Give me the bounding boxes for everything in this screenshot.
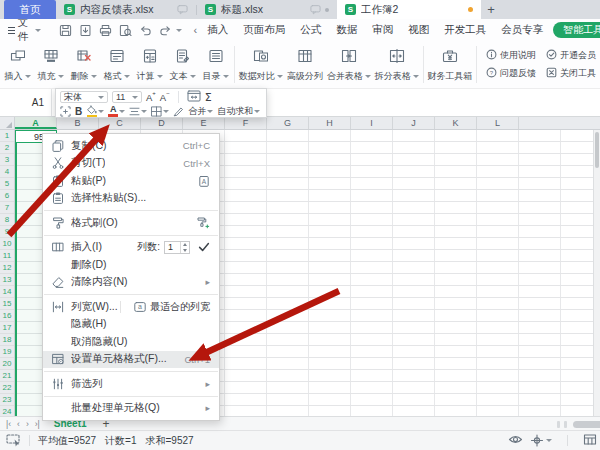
ribbon-button-格式[interactable]: 格式 <box>100 41 133 88</box>
column-header-I[interactable]: I <box>351 117 393 129</box>
row-header-4[interactable]: 4 <box>0 166 14 178</box>
eye-icon[interactable] <box>508 433 523 448</box>
preview-icon[interactable] <box>119 24 132 37</box>
menu-item-插入I[interactable]: 插入(I)列数:1 <box>43 239 219 257</box>
quick-access-more-icon[interactable] <box>176 29 182 32</box>
ribbon-button-财务工具箱[interactable]: 财务工具箱 <box>425 41 474 88</box>
column-header-D[interactable]: D <box>141 117 183 129</box>
normal-view-icon[interactable] <box>583 433 597 448</box>
help-link-使用说明[interactable]: 使用说明 <box>486 49 536 62</box>
ribbon-tab-插入[interactable]: 插入 <box>207 23 228 37</box>
help-link-关闭工具[interactable]: 关闭工具 <box>546 67 596 80</box>
save-as-icon[interactable] <box>79 24 92 37</box>
column-header-G[interactable]: G <box>267 117 309 129</box>
column-header-H[interactable]: H <box>309 117 351 129</box>
autofit-icon[interactable]: a <box>134 301 146 313</box>
save-icon[interactable] <box>59 24 72 37</box>
help-link-问题反馈[interactable]: ?问题反馈 <box>486 67 536 80</box>
ribbon-button-删除[interactable]: 删除 <box>67 41 100 88</box>
ribbon-button-目录[interactable]: 目录 <box>199 41 232 88</box>
row-header-9[interactable]: 9 <box>0 226 14 238</box>
font-name-select[interactable]: 宋体 <box>60 91 108 103</box>
row-header-5[interactable]: 5 <box>0 178 14 190</box>
row-header-14[interactable]: 14 <box>0 286 14 298</box>
sheet-nav-icon[interactable]: › <box>26 419 29 429</box>
borders-button[interactable] <box>151 106 169 117</box>
menu-item-粘贴P[interactable]: 粘贴(P)A <box>43 172 219 190</box>
smart-toolbox-tab[interactable]: 智能工具箱 <box>553 22 600 38</box>
tab-overflow-left-icon[interactable]: ‹ <box>194 24 198 36</box>
menu-item-筛选列[interactable]: 筛选列▸ <box>43 375 219 393</box>
horizontal-scrollbar-thumb[interactable] <box>573 421 600 428</box>
row-header-24[interactable]: 24 <box>0 406 14 416</box>
merge-dropdown[interactable]: 合并 <box>188 105 213 118</box>
font-size-select[interactable]: 11 <box>112 91 142 103</box>
sheet-nav-icon[interactable]: ‹ <box>17 419 20 429</box>
row-header-1[interactable]: 1 <box>0 130 14 142</box>
row-header-15[interactable]: 15 <box>0 298 14 310</box>
row-header-23[interactable]: 23 <box>0 394 14 406</box>
redo-icon[interactable] <box>159 24 172 37</box>
paste-values-icon[interactable]: A <box>198 175 210 187</box>
autosum-icon[interactable]: Σ <box>205 91 212 104</box>
column-header-J[interactable]: J <box>393 117 435 129</box>
bold-button[interactable]: B <box>75 106 82 117</box>
fill-color-button[interactable] <box>86 105 104 118</box>
merge-center-icon[interactable] <box>187 90 201 104</box>
row-header-18[interactable]: 18 <box>0 334 14 346</box>
ribbon-button-文本[interactable]: 文本 <box>166 41 199 88</box>
menu-item-格式刷O[interactable]: 格式刷(O) <box>43 214 219 232</box>
row-header-17[interactable]: 17 <box>0 322 14 334</box>
row-header-6[interactable]: 6 <box>0 190 14 202</box>
new-tab-button[interactable]: + <box>481 0 501 19</box>
menu-item-剪切T[interactable]: 剪切(T)Ctrl+X <box>43 155 219 173</box>
column-count-spinner[interactable]: 1 <box>164 241 190 254</box>
ribbon-tab-会员专享[interactable]: 会员专享 <box>501 23 543 37</box>
row-header-20[interactable]: 20 <box>0 358 14 370</box>
menu-item-设置单元格格式F[interactable]: 设置单元格格式(F)...Ctrl+1 <box>43 351 219 369</box>
column-header-A[interactable]: A <box>15 117 57 129</box>
ribbon-tab-数据[interactable]: 数据 <box>336 23 357 37</box>
format-painter-plus-icon[interactable] <box>197 217 210 229</box>
column-header-F[interactable]: F <box>225 117 267 129</box>
ribbon-tab-视图[interactable]: 视图 <box>408 23 429 37</box>
pan-mode-icon[interactable] <box>530 434 552 447</box>
row-header-2[interactable]: 2 <box>0 142 14 154</box>
row-header-21[interactable]: 21 <box>0 370 14 382</box>
vertical-scrollbar[interactable] <box>593 130 600 416</box>
spinner-arrows[interactable] <box>180 242 189 253</box>
ribbon-button-数据对比[interactable]: 数据对比 <box>237 41 285 88</box>
row-header-19[interactable]: 19 <box>0 346 14 358</box>
ribbon-button-高级分列[interactable]: 高级分列 <box>285 41 325 88</box>
menu-item-删除D[interactable]: 删除(D) <box>43 256 219 274</box>
selection-icon[interactable] <box>60 106 71 117</box>
row-header-10[interactable]: 10 <box>0 238 14 250</box>
column-header-K[interactable]: K <box>435 117 477 129</box>
column-header-C[interactable]: C <box>99 117 141 129</box>
menu-item-列宽W[interactable]: 列宽(W)...a最适合的列宽 <box>43 298 219 316</box>
menu-item-取消隐藏U[interactable]: 取消隐藏(U) <box>43 333 219 351</box>
column-header-E[interactable]: E <box>183 117 225 129</box>
column-header-L[interactable]: L <box>477 117 519 129</box>
file-tab[interactable]: S标题.xlsx <box>197 0 337 19</box>
sheet-nav-icon[interactable]: ›| <box>35 419 40 429</box>
menu-item-批量处理单元格Q[interactable]: 批量处理单元格(Q)▸ <box>43 400 219 418</box>
sheet-nav-icon[interactable]: |‹ <box>6 419 11 429</box>
menu-item-清除内容N[interactable]: 清除内容(N)▸ <box>43 274 219 292</box>
ribbon-button-拆分表格[interactable]: 拆分表格 <box>373 41 421 88</box>
vertical-scrollbar-thumb[interactable] <box>595 132 599 168</box>
ribbon-tab-公式[interactable]: 公式 <box>300 23 321 37</box>
file-menu[interactable]: 文件 <box>0 19 47 41</box>
menu-item-复制C[interactable]: 复制(C)Ctrl+C <box>43 137 219 155</box>
ribbon-button-填充[interactable]: 填充 <box>34 41 67 88</box>
row-header-12[interactable]: 12 <box>0 262 14 274</box>
spinner-up-icon[interactable] <box>183 243 187 246</box>
ribbon-button-计算[interactable]: 计算 <box>133 41 166 88</box>
ribbon-button-插入[interactable]: 插入 <box>1 41 34 88</box>
help-link-开通会员[interactable]: 开通会员 <box>546 49 596 62</box>
undo-icon[interactable] <box>139 24 152 37</box>
menu-item-隐藏H[interactable]: 隐藏(H) <box>43 316 219 334</box>
spinner-down-icon[interactable] <box>183 249 187 252</box>
column-header-B[interactable]: B <box>57 117 99 129</box>
shrink-font-icon[interactable]: A− <box>160 90 170 103</box>
